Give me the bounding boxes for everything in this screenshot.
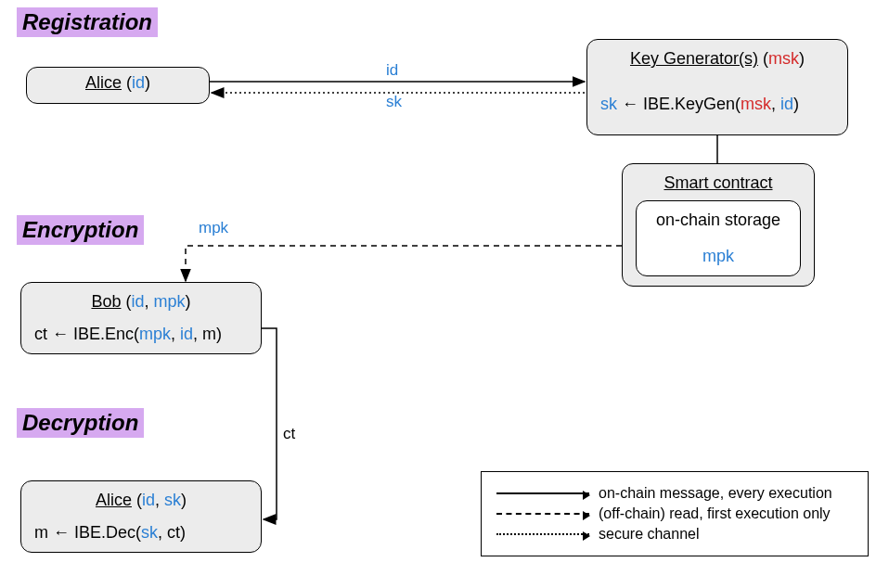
- bob-header: Bob (id, mpk): [34, 292, 248, 312]
- keygen-sep: ,: [771, 95, 780, 113]
- legend-dashed-line-icon: [496, 513, 589, 515]
- keygen-id: id: [780, 95, 793, 113]
- keygen-msk: msk: [768, 49, 799, 68]
- alice-reg-id: id: [132, 73, 145, 92]
- keygen-header: Key Generator(s) (msk): [600, 49, 834, 69]
- legend-solid-text: on-chain message, every execution: [599, 485, 832, 502]
- alice-dec-id: id: [142, 491, 155, 509]
- alice-reg-paren-open: (: [122, 73, 132, 92]
- section-registration-title: Registration: [17, 7, 158, 37]
- alice-dec-header: Alice (id, sk): [34, 491, 248, 510]
- bob-sep: ,: [145, 292, 154, 311]
- bob-name: Bob: [91, 292, 121, 311]
- alice-dec-formula: m ← IBE.Dec(sk, ct): [34, 523, 248, 543]
- keygen-arrow-text: ← IBE.KeyGen(: [617, 95, 741, 113]
- legend-solid-line-icon: [496, 492, 589, 494]
- bob-box: Bob (id, mpk) ct ← IBE.Enc(mpk, id, m): [20, 282, 262, 354]
- arrowhead-icon: [583, 491, 590, 500]
- keygen-msk2: msk: [741, 95, 771, 113]
- bob-sep3: , m): [193, 325, 222, 343]
- keygen-name: Key Generator(s): [630, 49, 758, 68]
- legend-solid-row: on-chain message, every execution: [496, 485, 853, 502]
- arrow-label-sk: sk: [386, 93, 402, 111]
- legend-dotted-row: secure channel: [496, 526, 853, 543]
- bob-ct-a: ct ← IBE.Enc(: [34, 325, 139, 343]
- alice-registration-box: Alice (id): [26, 67, 210, 104]
- alice-decryption-box: Alice (id, sk) m ← IBE.Dec(sk, ct): [20, 480, 262, 553]
- legend-dashed-text: (off-chain) read, first execution only: [599, 505, 831, 522]
- alice-dec-sep: ,: [155, 491, 164, 509]
- smart-contract-box: Smart contract on-chain storage mpk: [622, 163, 815, 287]
- smart-contract-title: Smart contract: [636, 173, 801, 193]
- onchain-storage-label: on-chain storage: [650, 211, 787, 230]
- key-generator-box: Key Generator(s) (msk) sk ← IBE.KeyGen(m…: [586, 39, 848, 135]
- alice-dec-b: , ct): [158, 523, 186, 542]
- alice-dec-sk2: sk: [141, 523, 158, 542]
- bob-sep2: ,: [171, 325, 180, 343]
- section-encryption-title: Encryption: [17, 215, 144, 245]
- alice-dec-paren-open: (: [132, 491, 142, 509]
- arrowhead-icon: [583, 531, 590, 541]
- arrow-label-mpk: mpk: [199, 219, 228, 237]
- keygen-sk: sk: [600, 95, 617, 113]
- bob-mpk2: mpk: [139, 325, 171, 343]
- section-decryption-title: Decryption: [17, 408, 144, 438]
- arrow-mpk: [186, 246, 622, 281]
- bob-id2: id: [180, 325, 193, 343]
- bob-mpk: mpk: [154, 292, 186, 311]
- alice-dec-name: Alice: [96, 491, 132, 509]
- keygen-paren-close: ): [799, 49, 805, 68]
- arrow-ct: [262, 328, 277, 519]
- legend-dashed-row: (off-chain) read, first execution only: [496, 505, 853, 522]
- bob-paren-close: ): [186, 292, 191, 311]
- bob-formula: ct ← IBE.Enc(mpk, id, m): [34, 325, 248, 344]
- keygen-formula: sk ← IBE.KeyGen(msk, id): [600, 95, 834, 114]
- alice-dec-sk: sk: [164, 491, 181, 509]
- arrowhead-icon: [583, 511, 590, 520]
- alice-reg-paren-close: ): [145, 73, 150, 92]
- onchain-storage-box: on-chain storage mpk: [636, 200, 801, 276]
- alice-reg-header: Alice (id): [40, 73, 196, 93]
- alice-dec-paren-close: ): [181, 491, 187, 509]
- onchain-mpk: mpk: [650, 247, 787, 266]
- legend-box: on-chain message, every execution (off-c…: [481, 471, 869, 556]
- bob-paren-open: (: [121, 292, 131, 311]
- arrow-label-ct: ct: [283, 425, 295, 443]
- bob-id: id: [131, 292, 144, 311]
- alice-dec-a: m ← IBE.Dec(: [34, 523, 141, 542]
- legend-dotted-line-icon: [496, 533, 589, 535]
- arrow-label-id: id: [386, 61, 398, 80]
- keygen-end: ): [793, 95, 799, 113]
- keygen-paren-open: (: [758, 49, 768, 68]
- legend-dotted-text: secure channel: [599, 526, 700, 543]
- smart-contract-title-text: Smart contract: [664, 173, 772, 192]
- alice-reg-name: Alice: [85, 73, 122, 92]
